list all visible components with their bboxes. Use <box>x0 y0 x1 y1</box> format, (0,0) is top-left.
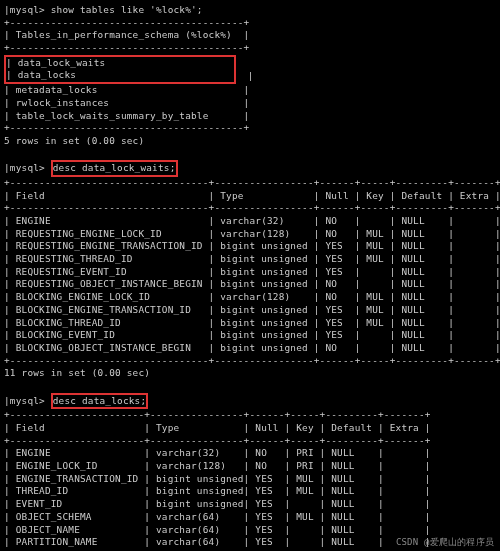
terminal-line: desc data_locks; <box>4 393 496 410</box>
table-row: | BLOCKING_ENGINE_LOCK_ID | varchar(128)… <box>4 291 496 304</box>
table-row: | REQUESTING_THREAD_ID | bigint unsigned… <box>4 253 496 266</box>
result-footer: 11 rows in set (0.00 sec) <box>4 367 496 380</box>
table-row: | OBJECT_SCHEMA | varchar(64) | YES | MU… <box>4 511 496 524</box>
table-row: | ENGINE_TRANSACTION_ID | bigint unsigne… <box>4 473 496 486</box>
table-row: | ENGINE | varchar(32) | NO | | NULL | | <box>4 215 496 228</box>
table-row: | ENGINE_LOCK_ID | varchar(128) | NO | P… <box>4 460 496 473</box>
table-row: | ENGINE | varchar(32) | NO | PRI | NULL… <box>4 447 496 460</box>
table-row: | data_lock_waits <box>6 57 234 68</box>
table-border: +---------------------------------------… <box>4 17 496 30</box>
query-text: show tables like '%lock%'; <box>51 4 203 15</box>
table-border: +----------------------------------+----… <box>4 355 496 368</box>
mysql-prompt <box>4 4 51 15</box>
table-border: +-----------------------+---------------… <box>4 409 496 422</box>
watermark-text: CSDN @爱爬山的程序员 <box>396 536 494 548</box>
table-border: +----------------------------------+----… <box>4 177 496 190</box>
table-row: | data_locks <box>6 69 234 80</box>
table-header: | Field | Type | Null | Key | Default | … <box>4 422 496 435</box>
row-tail: | <box>236 69 254 80</box>
table-row: | OBJECT_NAME | varchar(64) | YES | | NU… <box>4 524 496 537</box>
table-row: | REQUESTING_ENGINE_TRANSACTION_ID | big… <box>4 240 496 253</box>
table-row: | BLOCKING_OBJECT_INSTANCE_BEGIN | bigin… <box>4 342 496 355</box>
table-border: +---------------------------------------… <box>4 42 496 55</box>
table-row: | REQUESTING_OBJECT_INSTANCE_BEGIN | big… <box>4 278 496 291</box>
query-text: desc data_lock_waits; <box>53 162 176 173</box>
query-text: desc data_locks; <box>53 395 147 406</box>
table-border: +----------------------------------+----… <box>4 202 496 215</box>
terminal-line: show tables like '%lock%'; <box>4 4 496 17</box>
highlight-box: desc data_lock_waits; <box>51 160 178 177</box>
terminal-line: desc data_lock_waits; <box>4 160 496 177</box>
table-row: | BLOCKING_EVENT_ID | bigint unsigned | … <box>4 329 496 342</box>
highlighted-rows: | data_lock_waits | data_locks | <box>4 55 496 84</box>
table-row: | REQUESTING_ENGINE_LOCK_ID | varchar(12… <box>4 228 496 241</box>
table-row: | REQUESTING_EVENT_ID | bigint unsigned … <box>4 266 496 279</box>
table-border: +---------------------------------------… <box>4 122 496 135</box>
result-footer: 5 rows in set (0.00 sec) <box>4 135 496 148</box>
table-row: | table_lock_waits_summary_by_table | <box>4 110 496 123</box>
blank-line <box>4 380 496 393</box>
highlight-box: desc data_locks; <box>51 393 149 410</box>
highlight-box: | data_lock_waits | data_locks <box>4 55 236 84</box>
blank-line <box>4 148 496 161</box>
table-header: | Field | Type | Null | Key | Default | … <box>4 190 496 203</box>
table-row: | BLOCKING_ENGINE_TRANSACTION_ID | bigin… <box>4 304 496 317</box>
mysql-prompt <box>4 162 51 173</box>
table-border: +-----------------------+---------------… <box>4 435 496 448</box>
mysql-prompt <box>4 395 51 406</box>
table-row: | EVENT_ID | bigint unsigned| YES | | NU… <box>4 498 496 511</box>
table-row: | BLOCKING_THREAD_ID | bigint unsigned |… <box>4 317 496 330</box>
table-header: | Tables_in_performance_schema (%lock%) … <box>4 29 496 42</box>
table-row: | rwlock_instances | <box>4 97 496 110</box>
table-row: | metadata_locks | <box>4 84 496 97</box>
table-row: | THREAD_ID | bigint unsigned| YES | MUL… <box>4 485 496 498</box>
